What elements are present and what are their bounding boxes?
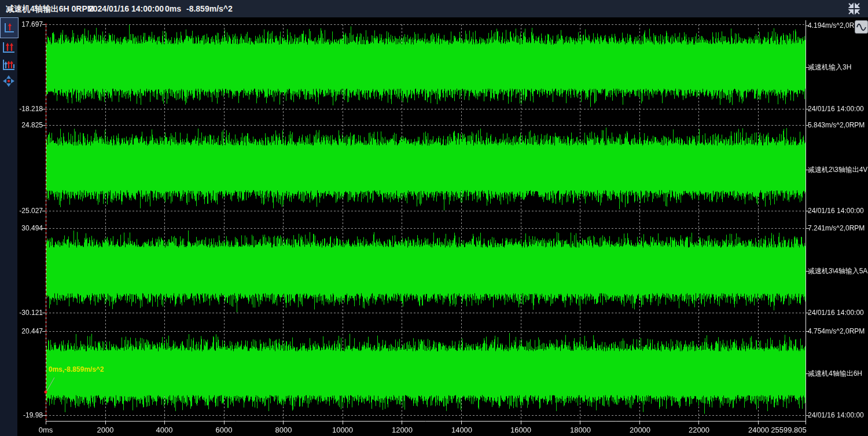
waveform-view-icon[interactable] [855, 20, 868, 34]
pan-move-icon [2, 74, 16, 88]
x-tick-6: 12000 [376, 426, 428, 434]
cursor-value-readout: -8.859m/s^2 [186, 4, 233, 13]
y-min-label-ch3: -30.121 [16, 308, 43, 317]
timestamp-ch1: 24/01/16 14:00:00 [808, 104, 864, 113]
channel-name-ch1: 减速机输入3H [808, 63, 851, 72]
single-cursor-icon [3, 22, 15, 34]
x-tick-11: 22000 [673, 426, 725, 434]
x-tick-5: 10000 [317, 426, 369, 434]
cursor-annotation: 0ms,-8.859m/s^2 [49, 365, 104, 373]
value-label-ch2: 5.843m/s^2,0RPM [808, 120, 865, 130]
measurement-datetime: 2024/01/16 14:00:00 [89, 4, 164, 13]
collapse-icon[interactable] [847, 2, 861, 15]
x-tick-7: 14000 [436, 426, 488, 434]
timestamp-ch2: 24/01/16 14:00:00 [808, 206, 864, 215]
waveform-plot-area[interactable] [17, 17, 868, 436]
y-max-label-ch3: 30.494 [16, 224, 43, 233]
x-tick-2: 4000 [138, 426, 190, 434]
y-max-label-ch2: 24.825 [16, 120, 43, 130]
value-label-ch4: 4.754m/s^2,0RPM [808, 327, 865, 336]
x-tick-9: 18000 [554, 426, 606, 434]
timestamp-ch4: 24/01/16 14:00:00 [808, 411, 864, 420]
pan-tool-button[interactable] [2, 74, 16, 88]
channel-name-ch3: 减速机3\4轴输入5A [808, 266, 867, 276]
channel-name-ch4: 减速机4轴输出6H [808, 369, 862, 378]
y-min-label-ch2: -25.027 [16, 206, 43, 215]
tool-sidebar [0, 17, 17, 436]
harmonic-cursor-icon [2, 41, 16, 54]
top-status-bar: 减速机4轴输出6H 0RPM 2024/01/16 14:00:00 0ms -… [0, 0, 868, 17]
x-tick-4: 8000 [258, 426, 310, 434]
x-tick-0: 0ms [20, 426, 72, 434]
sideband-cursor-icon [2, 58, 16, 72]
x-tick-1: 2000 [79, 426, 131, 434]
cursor-time-readout: 0ms [165, 4, 181, 13]
vibration-analysis-app: 减速机4轴输出6H 0RPM 2024/01/16 14:00:00 0ms -… [0, 0, 868, 436]
channel-name-ch2: 减速机2\3轴输出4V [808, 165, 867, 174]
sideband-cursor-tool-button[interactable] [2, 58, 16, 72]
y-min-label-ch1: -18.218 [16, 104, 43, 113]
harmonic-cursor-tool-button[interactable] [2, 41, 16, 54]
y-max-label-ch4: 20.447 [16, 327, 43, 336]
x-tick-3: 6000 [198, 426, 250, 434]
active-channel-title: 减速机4轴输出6H 0RPM [6, 4, 94, 14]
y-max-label-ch1: 17.697 [16, 20, 43, 29]
x-tick-end: 25599.805 [763, 426, 815, 434]
timestamp-ch3: 24/01/16 14:00:00 [808, 308, 864, 317]
y-min-label-ch4: -19.98 [16, 411, 43, 420]
x-tick-10: 20000 [614, 426, 666, 434]
x-tick-8: 16000 [495, 426, 547, 434]
value-label-ch3: 7.241m/s^2,0RPM [808, 224, 865, 233]
